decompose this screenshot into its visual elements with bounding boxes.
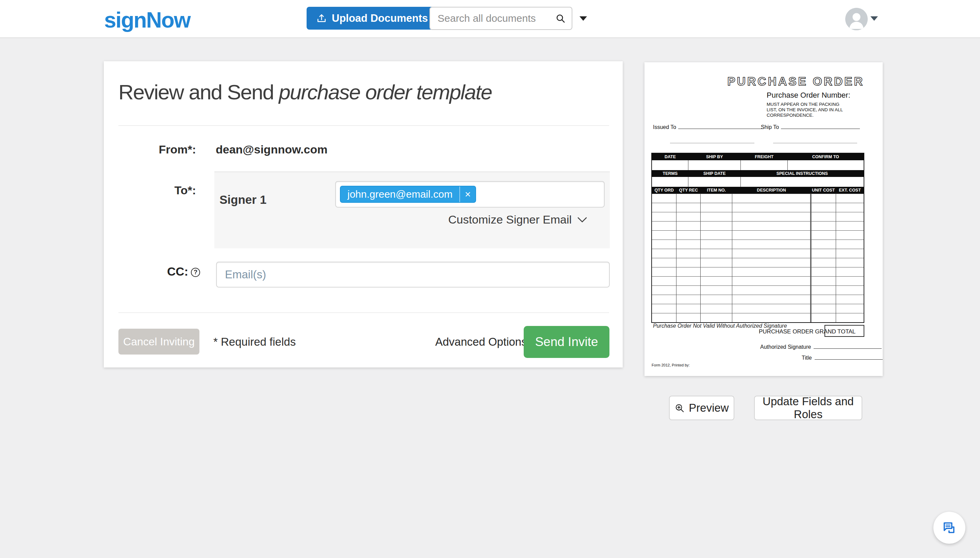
- upload-button-label: Upload Documents: [332, 12, 428, 25]
- page-title: Review and Send purchase order template: [118, 80, 492, 104]
- zoom-in-icon: [675, 403, 685, 413]
- po-item-row: [652, 203, 863, 212]
- signer-role-label: Signer 1: [220, 193, 266, 207]
- po-item-row: [652, 221, 863, 230]
- po-table-header-3: QTY ORDQTY RECITEM NO.DESCRIPTIONUNIT CO…: [652, 187, 863, 194]
- po-number-note: MUST APPEAR ON THE PACKING LIST, ON THE …: [767, 102, 843, 118]
- authorized-signature-row: Authorized Signature: [760, 344, 882, 350]
- ship-to-line2: [773, 138, 857, 144]
- required-fields-note: * Required fields: [213, 335, 296, 348]
- issued-to-row: Issued To: [653, 124, 763, 130]
- po-item-row: [652, 286, 863, 295]
- chat-icon: [941, 520, 957, 536]
- cc-label: CC:: [167, 265, 188, 278]
- signer-email-chip: john.green@email.com ×: [340, 186, 476, 203]
- ship-to-row: Ship To: [761, 124, 860, 130]
- document-title: PURCHASE ORDER: [727, 74, 864, 88]
- divider: [118, 312, 609, 313]
- po-table-header-1: DATESHIP BYFREIGHTCONFIRM TO: [652, 153, 863, 160]
- po-item-row: [652, 304, 863, 313]
- po-table-row: [652, 160, 863, 170]
- po-table: DATESHIP BYFREIGHTCONFIRM TO TERMSSHIP D…: [651, 153, 864, 323]
- avatar[interactable]: [845, 8, 868, 30]
- from-label: From*:: [104, 143, 196, 156]
- search-scope-caret[interactable]: [579, 16, 587, 21]
- chevron-down-icon: [577, 217, 587, 223]
- customize-signer-email-link[interactable]: Customize Signer Email: [448, 213, 587, 226]
- search-input[interactable]: [438, 13, 555, 24]
- po-table-items: [652, 194, 863, 322]
- divider: [118, 125, 609, 126]
- po-item-row: [652, 240, 863, 249]
- advanced-options-link[interactable]: Advanced Options: [435, 335, 527, 348]
- signnow-logo[interactable]: signNow: [104, 8, 190, 33]
- account-menu-caret[interactable]: [870, 16, 878, 21]
- top-header: signNow Upload Documents: [0, 0, 980, 38]
- po-item-row: [652, 249, 863, 258]
- chip-remove-button[interactable]: ×: [460, 187, 476, 202]
- po-item-row: [652, 212, 863, 221]
- signer-email-value: john.green@email.com: [341, 187, 460, 202]
- search-icon[interactable]: [555, 13, 566, 23]
- po-item-row: [652, 230, 863, 240]
- send-invite-button[interactable]: Send Invite: [524, 326, 609, 358]
- chat-button[interactable]: [933, 512, 965, 544]
- review-and-send-card: Review and Send purchase order template …: [104, 61, 623, 368]
- from-value: dean@signnow.com: [216, 143, 327, 156]
- po-number-label: Purchase Order Number:: [767, 91, 850, 100]
- preview-button[interactable]: Preview: [669, 396, 734, 420]
- po-item-row: [652, 313, 863, 322]
- upload-icon: [316, 13, 327, 24]
- signer-email-input[interactable]: john.green@email.com ×: [335, 181, 605, 208]
- title-row: Title: [802, 355, 883, 361]
- cc-input[interactable]: [216, 262, 610, 287]
- po-table-header-2: TERMSSHIP DATESPECIAL INSTRUCTIONS: [652, 170, 863, 177]
- grand-total-box: [824, 325, 864, 337]
- search-box[interactable]: [429, 7, 572, 30]
- po-item-row: [652, 267, 863, 276]
- po-item-row: [652, 276, 863, 286]
- help-icon[interactable]: ?: [191, 268, 200, 277]
- cc-row: CC: ?: [167, 265, 200, 278]
- issued-to-line2: [670, 138, 754, 144]
- document-preview[interactable]: PURCHASE ORDER Purchase Order Number: MU…: [645, 62, 883, 376]
- po-table-row: [652, 177, 863, 187]
- po-item-row: [652, 258, 863, 267]
- update-fields-and-roles-button[interactable]: Update Fields and Roles: [754, 396, 862, 420]
- po-item-row: [652, 194, 863, 203]
- po-item-row: [652, 295, 863, 304]
- to-label: To*:: [104, 184, 196, 197]
- upload-documents-button[interactable]: Upload Documents: [307, 7, 437, 30]
- cancel-inviting-button[interactable]: Cancel Inviting: [118, 329, 199, 354]
- form-footer: Form 2012, Printed by:: [652, 363, 690, 367]
